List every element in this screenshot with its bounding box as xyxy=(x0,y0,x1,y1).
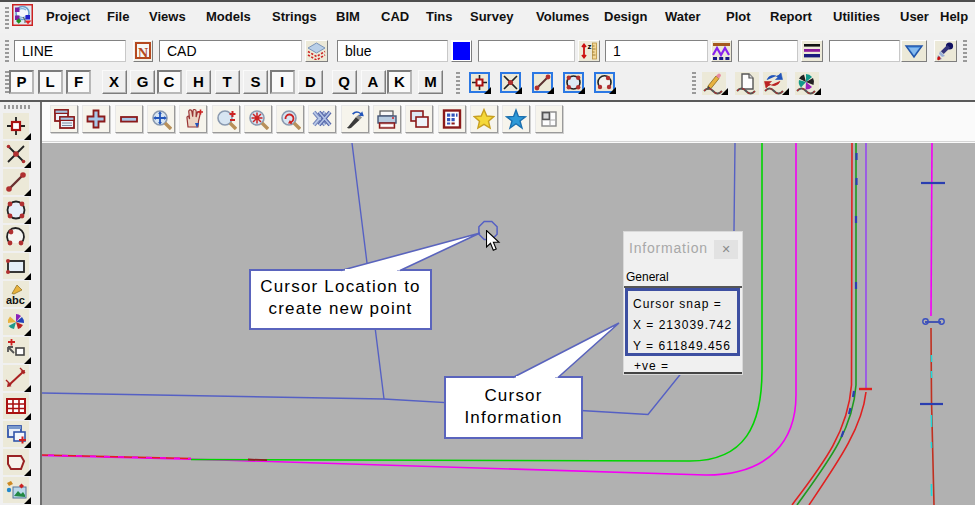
svg-text:abc: abc xyxy=(6,294,25,305)
svg-text:z: z xyxy=(588,42,592,51)
